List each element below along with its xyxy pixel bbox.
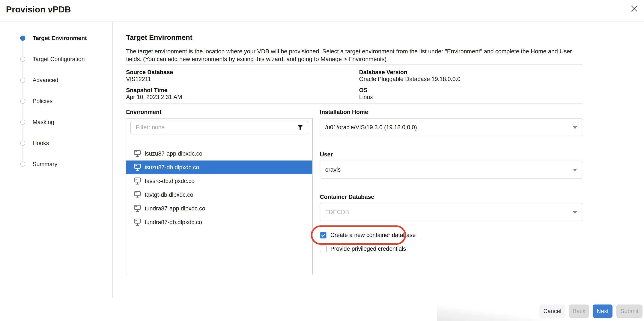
step-dot <box>20 56 25 62</box>
environment-filter-input[interactable] <box>130 121 308 134</box>
container-database-dropdown: TDECDB <box>320 203 583 221</box>
environment-item-label: tundra87-db.dlpxdc.co <box>145 219 202 226</box>
close-icon <box>630 5 638 12</box>
environment-item-label: tundra87-app.dlpxdc.co <box>145 205 205 212</box>
source-database-label: Source Database <box>126 69 173 76</box>
privileged-credentials-checkbox[interactable] <box>320 246 326 252</box>
container-database-label: Container Database <box>320 194 374 200</box>
step-label: Target Configuration <box>32 56 85 62</box>
step-dot <box>20 162 25 167</box>
step-label: Target Environment <box>32 35 87 41</box>
close-button[interactable] <box>628 2 640 14</box>
dropdown-caret-icon <box>573 211 577 214</box>
wizard-sidebar: Target Environment Target Configuration … <box>0 21 113 298</box>
host-icon <box>134 205 141 212</box>
step-dot <box>20 78 25 83</box>
environment-item[interactable]: tundra87-db.dlpxdc.co <box>126 215 312 229</box>
divider <box>126 103 583 103</box>
next-button[interactable]: Next <box>593 305 612 318</box>
snapshot-time-label: Snapshot Time <box>126 87 168 94</box>
environment-item-label: isuzu87-app.dlpxdc.co <box>145 150 202 157</box>
page-description: The target environment is the location w… <box>126 47 585 63</box>
environment-section-label: Environment <box>126 109 162 115</box>
filter-funnel-icon <box>297 124 303 131</box>
step-label: Masking <box>32 119 54 126</box>
step-label: Hooks <box>32 140 49 147</box>
user-label: User <box>320 151 333 158</box>
back-button[interactable]: Back <box>569 305 589 318</box>
dialog-header: Provision vPDB <box>0 0 644 21</box>
create-container-db-row: Create a new container database <box>320 232 416 239</box>
host-icon <box>134 177 141 185</box>
container-database-value: TDECDB <box>325 209 349 216</box>
environment-list: isuzu87-app.dlpxdc.co isuzu87-db.dlpxdc.… <box>126 147 312 229</box>
step-summary[interactable]: Summary <box>20 162 87 183</box>
cancel-button[interactable]: Cancel <box>540 305 565 318</box>
os-label: OS <box>359 87 368 94</box>
privileged-credentials-label: Provide privileged credentials <box>330 246 406 252</box>
installation-home-value: /u01/oracle/VIS/19.3.0 (19.18.0.0.0) <box>325 124 417 131</box>
step-dot <box>20 99 25 104</box>
create-container-db-checkbox[interactable] <box>320 232 326 239</box>
checkmark-icon <box>321 233 326 238</box>
environment-item[interactable]: tavtgt-db.dlpxdc.co <box>126 188 312 202</box>
submit-button[interactable]: Submit <box>616 305 642 318</box>
user-value: oravis <box>325 167 341 173</box>
wizard-stepper: Target Environment Target Configuration … <box>20 35 87 183</box>
corner-shadow <box>437 305 551 321</box>
installation-home-dropdown[interactable]: /u01/oracle/VIS/19.3.0 (19.18.0.0.0) <box>320 118 583 136</box>
page-title: Target Environment <box>126 33 192 41</box>
source-database-value: VIS12211 <box>126 76 151 82</box>
environment-item-label: tavsrc-db.dlpxdc.co <box>145 178 195 185</box>
create-container-db-label: Create a new container database <box>330 232 416 239</box>
step-target-configuration[interactable]: Target Configuration <box>20 56 87 78</box>
user-dropdown[interactable]: oravis <box>320 161 583 179</box>
snapshot-time-value: Apr 10, 2023 2:31 AM <box>126 94 182 100</box>
step-dot-active <box>20 35 25 41</box>
environment-filter <box>130 121 308 134</box>
step-label: Summary <box>32 161 58 168</box>
environment-item-label: isuzu87-db.dlpxdc.co <box>145 164 199 171</box>
installation-home-label: Installation Home <box>320 109 368 115</box>
environment-item[interactable]: tundra87-app.dlpxdc.co <box>126 202 312 215</box>
database-version-value: Oracle Pluggable Database 19.18.0.0.0 <box>359 76 460 82</box>
host-icon <box>134 191 141 198</box>
environment-item[interactable]: tavsrc-db.dlpxdc.co <box>126 174 312 188</box>
step-hooks[interactable]: Hooks <box>20 141 87 162</box>
privileged-credentials-row: Provide privileged credentials <box>320 246 406 252</box>
dialog-title: Provision vPDB <box>6 5 71 14</box>
dropdown-caret-icon <box>573 126 577 129</box>
step-advanced[interactable]: Advanced <box>20 78 87 99</box>
step-policies[interactable]: Policies <box>20 99 87 120</box>
step-masking[interactable]: Masking <box>20 120 87 141</box>
environment-item-label: tavtgt-db.dlpxdc.co <box>145 192 193 198</box>
step-label: Policies <box>32 98 52 105</box>
environment-item-selected[interactable]: isuzu87-db.dlpxdc.co <box>126 160 312 174</box>
host-icon <box>134 219 141 226</box>
host-icon <box>134 150 141 157</box>
environment-item[interactable]: isuzu87-app.dlpxdc.co <box>126 147 312 160</box>
database-version-label: Database Version <box>359 69 407 76</box>
step-label: Advanced <box>32 77 58 84</box>
divider <box>126 64 583 64</box>
dropdown-caret-icon <box>573 169 577 171</box>
step-dot <box>20 141 25 146</box>
step-dot <box>20 120 25 125</box>
os-value: Linux <box>359 94 373 100</box>
step-target-environment[interactable]: Target Environment <box>20 35 87 56</box>
environment-list-panel: isuzu87-app.dlpxdc.co isuzu87-db.dlpxdc.… <box>126 118 312 275</box>
host-icon <box>134 164 141 171</box>
